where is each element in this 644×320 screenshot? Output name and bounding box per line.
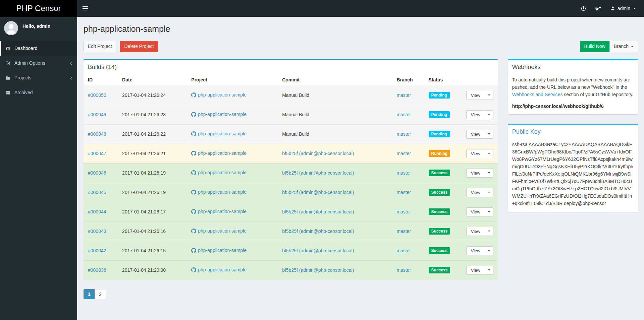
pagination-item: 1: [84, 289, 95, 299]
builds-box-header: Builds (14): [84, 60, 498, 74]
view-dropdown-button[interactable]: [485, 188, 493, 197]
build-date: 2017-01-04 21:26:16: [119, 221, 189, 241]
view-button[interactable]: View: [466, 227, 485, 236]
user-menu[interactable]: admin: [606, 0, 641, 17]
commit-link[interactable]: bf5b25f (admin@php-censor.local): [282, 248, 354, 253]
public-key-box: Public Key ssh-rsa AAAAB3NzaC1yc2EAAAADA…: [508, 124, 638, 212]
chevron-down-icon: [488, 94, 490, 96]
timeline-button[interactable]: [577, 0, 590, 17]
chevron-down-icon: [488, 114, 490, 115]
project-link[interactable]: php-application-sample: [198, 131, 247, 136]
branch-link[interactable]: master: [396, 170, 411, 176]
view-button[interactable]: View: [466, 246, 485, 255]
view-dropdown-button[interactable]: [485, 91, 493, 100]
project-link[interactable]: php-application-sample: [198, 92, 247, 98]
brand-logo[interactable]: PHP Censor: [0, 0, 77, 17]
project-link[interactable]: php-application-sample: [198, 189, 247, 195]
brand-title: PHP Censor: [16, 4, 61, 13]
view-button[interactable]: View: [466, 149, 485, 158]
view-dropdown-button[interactable]: [485, 110, 493, 119]
view-button[interactable]: View: [466, 110, 485, 119]
build-id-link[interactable]: #000045: [88, 190, 106, 195]
user-name: admin: [618, 6, 630, 11]
build-id-link[interactable]: #000049: [88, 112, 106, 117]
branch-link[interactable]: master: [396, 92, 411, 98]
project-link[interactable]: php-application-sample: [198, 170, 247, 175]
view-button-group: View: [466, 130, 493, 139]
column-header: Commit: [279, 74, 394, 86]
view-dropdown-button[interactable]: [485, 266, 493, 275]
view-dropdown-button[interactable]: [485, 227, 493, 236]
view-dropdown-button[interactable]: [485, 149, 493, 158]
commit-text: Manual Build: [282, 131, 309, 137]
build-now-button[interactable]: Build Now: [580, 41, 610, 52]
branch-link[interactable]: master: [396, 229, 411, 234]
branch-dropdown-button[interactable]: Branch: [609, 41, 638, 52]
chevron-down-icon: [488, 231, 490, 232]
project-link[interactable]: php-application-sample: [198, 228, 247, 234]
build-id-link[interactable]: #000044: [88, 209, 106, 214]
project-link[interactable]: php-application-sample: [198, 112, 247, 117]
commit-link[interactable]: bf5b25f (admin@php-censor.local): [282, 209, 354, 214]
commit-link[interactable]: bf5b25f (admin@php-censor.local): [282, 170, 354, 176]
chevron-down-icon: [488, 153, 490, 154]
delete-project-button[interactable]: Delete Project: [120, 41, 158, 52]
build-id-link[interactable]: #000047: [88, 151, 106, 156]
build-row: #0000452017-01-04 21:26:19php-applicatio…: [84, 183, 498, 202]
build-row: #0000502017-01-04 21:26:24php-applicatio…: [84, 85, 498, 105]
build-id-link[interactable]: #000042: [88, 248, 106, 253]
chevron-left-icon: ‹: [70, 75, 72, 81]
build-id-link[interactable]: #000046: [88, 170, 106, 176]
view-button[interactable]: View: [466, 266, 485, 275]
project-link[interactable]: php-application-sample: [198, 267, 247, 272]
build-actions: Build Now Branch: [580, 41, 638, 52]
branch-link[interactable]: master: [396, 267, 411, 273]
view-button[interactable]: View: [466, 207, 485, 216]
view-dropdown-button[interactable]: [485, 246, 493, 255]
status-badge: Pending: [429, 111, 450, 118]
branch-link[interactable]: master: [396, 151, 411, 156]
view-button[interactable]: View: [466, 169, 485, 178]
project-actions: Edit Project Delete Project Build Now Br…: [84, 41, 638, 52]
sidebar-item-admin-options[interactable]: Admin Options‹: [0, 56, 77, 70]
build-id-link[interactable]: #000043: [88, 229, 106, 234]
build-id-link[interactable]: #000036: [88, 267, 106, 273]
sidebar-item-dashboard[interactable]: Dashboard: [0, 41, 77, 56]
view-button[interactable]: View: [466, 91, 485, 100]
builds-table: IDDateProjectCommitBranchStatus #0000502…: [84, 74, 498, 280]
view-button[interactable]: View: [466, 130, 485, 139]
branch-link[interactable]: master: [396, 209, 411, 214]
view-button[interactable]: View: [466, 188, 485, 197]
view-dropdown-button[interactable]: [485, 130, 493, 139]
build-id-link[interactable]: #000050: [88, 92, 106, 98]
main-content: php-application-sample Edit Project Dele…: [77, 17, 644, 320]
view-dropdown-button[interactable]: [485, 207, 493, 216]
build-id-link[interactable]: #000048: [88, 131, 106, 137]
sidebar-toggle-button[interactable]: [77, 0, 93, 17]
github-icon: [191, 248, 196, 254]
webhooks-services-link[interactable]: Webhooks and Services: [512, 92, 563, 97]
build-date: 2017-01-04 21:26:19: [119, 183, 189, 202]
project-link[interactable]: php-application-sample: [198, 209, 247, 214]
settings-button[interactable]: [590, 0, 606, 17]
public-key-title[interactable]: Public Key: [512, 128, 634, 135]
commit-link[interactable]: bf5b25f (admin@php-censor.local): [282, 229, 354, 234]
pagination-link[interactable]: 2: [95, 289, 106, 299]
commit-link[interactable]: bf5b25f (admin@php-censor.local): [282, 267, 354, 273]
view-dropdown-button[interactable]: [485, 169, 493, 178]
status-badge: Running: [429, 150, 450, 157]
branch-link[interactable]: master: [396, 112, 411, 117]
pagination-link[interactable]: 1: [84, 289, 95, 299]
branch-link[interactable]: master: [396, 248, 411, 253]
commit-link[interactable]: bf5b25f (admin@php-censor.local): [282, 190, 354, 195]
commit-link[interactable]: bf5b25f (admin@php-censor.local): [282, 151, 354, 156]
branch-link[interactable]: master: [396, 131, 411, 137]
project-link[interactable]: php-application-sample: [198, 248, 247, 253]
edit-project-button[interactable]: Edit Project: [84, 41, 116, 52]
sidebar-item-projects[interactable]: Projects‹: [0, 70, 77, 85]
build-date: 2017-01-04 21:26:23: [119, 105, 189, 124]
project-link[interactable]: php-application-sample: [198, 150, 247, 156]
status-badge: Pending: [429, 131, 450, 137]
sidebar-item-archived[interactable]: Archived: [0, 85, 77, 100]
branch-link[interactable]: master: [396, 190, 411, 195]
